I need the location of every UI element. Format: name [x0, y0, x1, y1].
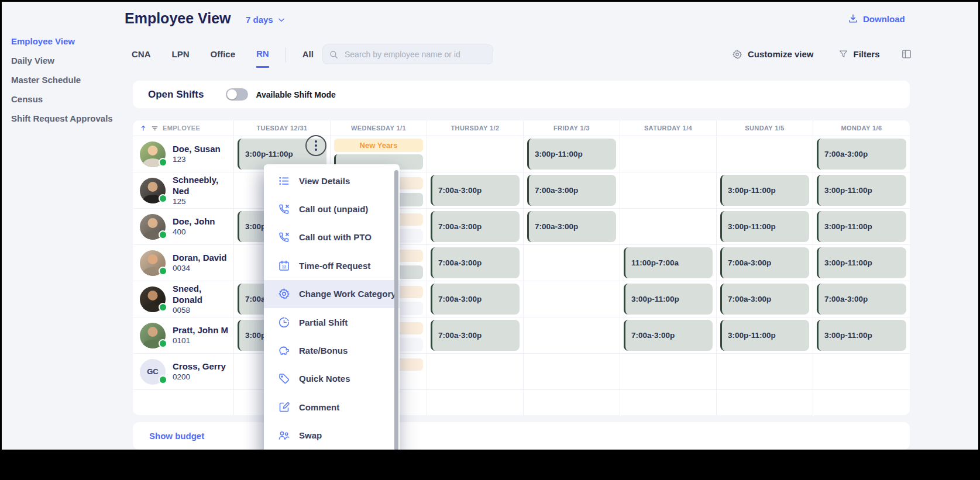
chevron-down-icon: [277, 16, 286, 24]
show-budget-link[interactable]: Show budget: [149, 431, 204, 441]
shift-cell: 7:00a-3:00p: [427, 317, 524, 354]
filters-label: Filters: [854, 49, 880, 59]
menu-item-label: View Details: [299, 176, 350, 186]
shift-pill[interactable]: 7:00a-3:00p: [431, 320, 520, 351]
shift-pill[interactable]: 7:00a-3:00p: [431, 284, 520, 315]
menu-item-call-out-with-pto[interactable]: Call out with PTO: [264, 223, 400, 251]
funnel-icon: [838, 49, 848, 59]
shift-pill[interactable]: 3:00p-11:00p: [720, 211, 809, 242]
tab-lpn[interactable]: LPN: [172, 49, 190, 67]
menu-item-label: Partial Shift: [299, 317, 348, 327]
employee-name: Doran, David: [173, 252, 227, 263]
search-input[interactable]: [343, 49, 487, 60]
calendar-12-icon: 12: [278, 260, 290, 272]
menu-item-quick-notes[interactable]: Quick Notes: [264, 365, 400, 393]
employee-name: Doe, John: [173, 216, 215, 227]
download-button[interactable]: Download: [848, 13, 905, 24]
shift-pill[interactable]: 7:00a-3:00p: [431, 175, 520, 206]
shift-cell: 3:00p-11:00p: [524, 136, 620, 172]
filters-button[interactable]: Filters: [838, 49, 880, 59]
employee-cell: GCCross, Gerry0200: [133, 354, 234, 390]
shift-pill[interactable]: 7:00a-3:00p: [720, 284, 809, 315]
shift-pill[interactable]: 3:00p-11:00p: [817, 175, 906, 206]
shift-pill[interactable]: 3:00p-11:00p: [624, 284, 713, 315]
side-panel-toggle-button[interactable]: [901, 49, 912, 60]
employee-id: 400: [173, 227, 215, 237]
sidebar-item-shift-request-approvals[interactable]: Shift Request Approvals: [11, 113, 125, 124]
role-tabs: CNALPNOfficeRNAll: [132, 47, 314, 68]
shift-pill[interactable]: 3:00p-11:00p: [720, 320, 809, 351]
partial-clock-icon: [278, 316, 290, 329]
empty-row-cell: [620, 390, 717, 415]
menu-item-comment[interactable]: Comment: [264, 393, 400, 421]
shift-cell: 7:00a-3:00p: [717, 281, 813, 317]
menu-item-partial-shift[interactable]: Partial Shift: [264, 308, 400, 336]
shift-pill[interactable]: 3:00p-11:00p: [817, 320, 906, 351]
shift-pill[interactable]: 7:00a-3:00p: [431, 211, 520, 242]
phone-x-icon: [278, 203, 290, 215]
employee-info: Schneebly, Ned125: [173, 174, 233, 207]
day-column-header-thursday-1-2: THURSDAY 1/2: [427, 120, 524, 136]
day-cell: [524, 354, 620, 390]
shift-pill[interactable]: 7:00a-3:00p: [817, 139, 906, 170]
menu-item-view-details[interactable]: View Details: [264, 167, 400, 195]
menu-item-label: Rate/Bonus: [299, 346, 348, 355]
shift-pill[interactable]: 7:00a-3:00p: [817, 284, 906, 315]
employee-info: Pratt, John M0101: [173, 324, 228, 346]
shift-cell: 7:00a-3:00p: [427, 281, 524, 317]
sidebar-item-census[interactable]: Census: [11, 94, 125, 105]
menu-item-label: Quick Notes: [299, 374, 350, 384]
date-range-dropdown[interactable]: 7 days: [246, 15, 286, 25]
sidebar-item-master-schedule[interactable]: Master Schedule: [11, 74, 125, 85]
day-column-header-friday-1-3: FRIDAY 1/3: [524, 120, 620, 136]
shift-pill[interactable]: 7:00a-3:00p: [431, 247, 520, 278]
kebab-menu-button[interactable]: [305, 135, 326, 156]
menu-item-swap[interactable]: Swap: [264, 422, 400, 450]
tab-all[interactable]: All: [302, 49, 314, 67]
shift-cell: 3:00p-11:00p: [813, 317, 910, 354]
shift-pill[interactable]: 11:00p-7:00a: [624, 247, 713, 278]
shift-cell: 7:00a-3:00p: [717, 245, 813, 281]
presence-dot: [159, 375, 167, 384]
screenshot-frame: Employee ViewDaily ViewMaster ScheduleCe…: [0, 0, 980, 480]
day-cell: [427, 354, 524, 390]
shift-pill[interactable]: 7:00a-3:00p: [720, 247, 809, 278]
tab-cna[interactable]: CNA: [132, 49, 151, 67]
day-cell: [620, 354, 717, 390]
employee-column-header[interactable]: EMPLOYEE: [133, 120, 234, 136]
customize-view-button[interactable]: Customize view: [732, 49, 814, 60]
phone-x-icon: [278, 231, 290, 243]
shift-cell: 7:00a-3:00p: [620, 317, 717, 354]
employee-cell: Doe, John400: [133, 209, 234, 245]
presence-dot: [159, 339, 167, 348]
available-shift-mode-toggle[interactable]: [226, 88, 248, 101]
sort-arrow-icon: [140, 124, 147, 132]
search-box[interactable]: [322, 44, 493, 64]
menu-item-label: Comment: [299, 402, 339, 412]
day-cell: [717, 354, 813, 390]
menu-item-change-work-category[interactable]: Change Work Category: [264, 280, 400, 308]
employee-id: 0200: [173, 372, 226, 382]
shift-pill[interactable]: 7:00a-3:00p: [624, 320, 713, 351]
shift-pill[interactable]: 7:00a-3:00p: [527, 211, 616, 242]
employee-name: Schneebly, Ned: [173, 174, 233, 196]
menu-item-time-off-request[interactable]: 12Time-off Request: [264, 251, 400, 279]
employee-id: 125: [173, 196, 233, 207]
sidebar-item-employee-view[interactable]: Employee View: [11, 36, 125, 47]
menu-item-rate-bonus[interactable]: Rate/Bonus: [264, 336, 400, 364]
shift-pill[interactable]: 3:00p-11:00p: [817, 211, 906, 242]
shift-pill[interactable]: 7:00a-3:00p: [527, 175, 616, 206]
shift-pill[interactable]: 3:00p-11:00p: [720, 175, 809, 206]
tab-office[interactable]: Office: [211, 49, 236, 67]
schedule-table: EMPLOYEE TUESDAY 12/31WEDNESDAY 1/1THURS…: [133, 120, 910, 415]
available-shift-mode-label: Available Shift Mode: [256, 90, 335, 99]
sidebar-item-daily-view[interactable]: Daily View: [11, 55, 125, 66]
employee-name: Sneed, Donald: [173, 283, 233, 305]
shift-cell: 11:00p-7:00a: [620, 245, 717, 281]
menu-item-call-out-unpaid[interactable]: Call out (unpaid): [264, 195, 400, 223]
shift-pill[interactable]: 3:00p-11:00p: [817, 247, 906, 278]
day-cell: [427, 136, 524, 172]
tab-rn[interactable]: RN: [256, 49, 269, 68]
shift-pill[interactable]: 3:00p-11:00p: [527, 139, 616, 170]
menu-scrollbar[interactable]: [394, 170, 398, 450]
